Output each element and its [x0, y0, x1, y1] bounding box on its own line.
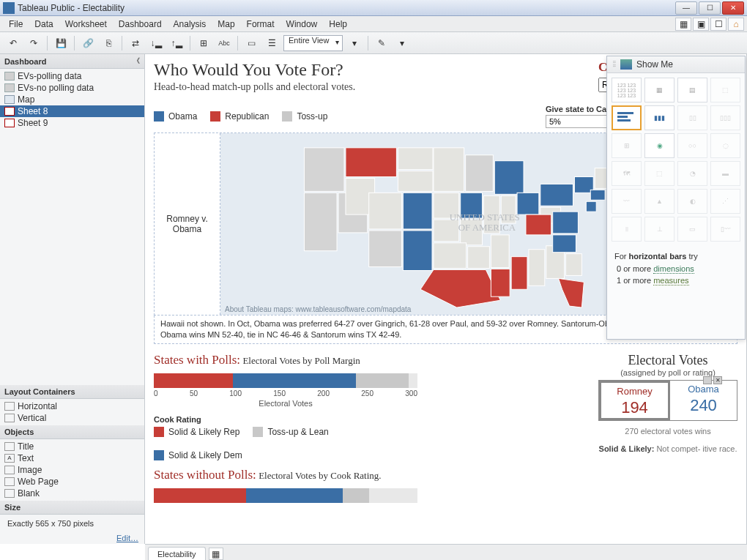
- sidebar-header-label: Dashboard: [4, 57, 46, 66]
- svg-rect-25: [434, 243, 467, 269]
- chart-type-side[interactable]: ▯▯▯: [710, 105, 740, 130]
- cards-icon[interactable]: ▦: [675, 18, 691, 31]
- minimize-button[interactable]: —: [675, 1, 697, 15]
- map-attribution: About Tableau maps: www.tableausoftware.…: [225, 305, 411, 313]
- no-polls-bar-chart[interactable]: [154, 488, 585, 503]
- group-button[interactable]: ⊞: [195, 34, 212, 52]
- connect-button[interactable]: 🔗: [79, 34, 97, 52]
- object-webpage[interactable]: Web Page: [0, 476, 144, 488]
- cards-button[interactable]: ☰: [263, 34, 280, 52]
- chart-type-symbol-map[interactable]: ⬚: [710, 78, 740, 102]
- sheet-icon: [4, 119, 15, 127]
- undo-button[interactable]: ↶: [4, 34, 22, 52]
- chart-type-hbar[interactable]: [612, 105, 642, 130]
- presentation-button[interactable]: ▭: [242, 34, 260, 52]
- webpage-icon: [4, 477, 15, 486]
- size-text: Exactly 565 x 750 pixels: [0, 515, 144, 532]
- duplicate-button[interactable]: ⎘: [100, 34, 117, 52]
- sort-desc-button[interactable]: ↑▂: [168, 34, 185, 52]
- home-icon[interactable]: ⌂: [728, 18, 744, 31]
- sidebar-item-evs-no-polling[interactable]: EVs-no polling data: [0, 82, 144, 94]
- chart-type-pie[interactable]: ◔: [677, 161, 707, 186]
- image-icon: [4, 466, 15, 474]
- close-icon[interactable]: ✕: [713, 376, 722, 384]
- worksheet-icon: [4, 72, 15, 81]
- object-blank[interactable]: Blank: [0, 488, 144, 499]
- chart-type-dual[interactable]: ◐: [677, 189, 707, 214]
- chart-type-bubble[interactable]: ○○: [677, 133, 707, 158]
- chart-type-area[interactable]: ▲: [644, 189, 674, 214]
- swap-button[interactable]: ⇄: [127, 34, 144, 52]
- chart-type-symbol-map2[interactable]: ⬚: [644, 161, 674, 186]
- show-me-grid: 123 123123 123123 123 ▦ ▤ ⬚ ▮▮▮ ▯▯ ▯▯▯ ⊞…: [607, 73, 745, 246]
- map-row-label: Romney v. Obama: [155, 133, 220, 315]
- sidebar-item-map[interactable]: Map: [0, 94, 144, 105]
- worksheet-menu-button[interactable]: ▾: [346, 34, 363, 52]
- blank-icon: [4, 489, 15, 498]
- polls-bar-chart[interactable]: 050100150200250300 Electoral Votes: [154, 373, 585, 408]
- chart-type-bullet[interactable]: ▭: [677, 217, 707, 242]
- collapse-icon[interactable]: 《: [133, 56, 140, 66]
- chart-type-treemap[interactable]: ⊞: [612, 133, 642, 158]
- sidebar-item-sheet9[interactable]: Sheet 9: [0, 117, 144, 129]
- sidebar-header[interactable]: Dashboard 《: [0, 54, 144, 69]
- new-sheet-button[interactable]: ▦: [209, 548, 223, 560]
- chart-type-vbar[interactable]: ▮▮▮: [644, 105, 674, 130]
- close-button[interactable]: ✕: [722, 1, 744, 15]
- show-me-panel[interactable]: ⦙⦙ Show Me 123 123123 123123 123 ▦ ▤ ⬚ ▮…: [606, 56, 746, 340]
- svg-rect-23: [526, 214, 551, 235]
- chart-type-scatter[interactable]: ⋰: [710, 189, 740, 214]
- dropdown-button[interactable]: ▾: [393, 34, 411, 52]
- svg-rect-31: [529, 250, 545, 286]
- sort-asc-button[interactable]: ↓▂: [147, 34, 165, 52]
- menu-file[interactable]: File: [3, 17, 29, 31]
- chart-type-boxplot[interactable]: ⊥: [644, 217, 674, 242]
- box-icon[interactable]: ☐: [710, 18, 726, 31]
- layout-vertical[interactable]: Vertical: [0, 412, 144, 424]
- layout-horizontal[interactable]: Horizontal: [0, 400, 144, 412]
- sidebar-item-sheet8[interactable]: Sheet 8: [0, 105, 144, 117]
- object-text[interactable]: AText: [0, 452, 144, 464]
- chart-type-highlight[interactable]: ▤: [677, 78, 707, 102]
- ev-obama-name: Obama: [674, 384, 732, 395]
- maximize-button[interactable]: ☐: [699, 1, 721, 15]
- chart-type-histogram[interactable]: ⫴: [612, 217, 642, 242]
- object-title[interactable]: Title: [0, 441, 144, 452]
- chart-type-heat[interactable]: ▦: [644, 78, 674, 102]
- grid-icon[interactable]: ▣: [693, 18, 709, 31]
- chart-type-text[interactable]: 123 123123 123123 123: [612, 78, 642, 102]
- menu-data[interactable]: Data: [29, 17, 59, 31]
- object-image[interactable]: Image: [0, 464, 144, 476]
- chart-type-packed[interactable]: ◌: [710, 133, 740, 158]
- show-me-icon: [620, 59, 632, 70]
- menu-map[interactable]: Map: [212, 17, 240, 31]
- size-edit-link[interactable]: Edit…: [0, 532, 144, 544]
- menu-dashboard[interactable]: Dashboard: [113, 17, 168, 31]
- labels-button[interactable]: Abc: [215, 34, 233, 52]
- menu-help[interactable]: Help: [323, 17, 353, 31]
- window-title: Tableau Public - Electability: [18, 3, 675, 13]
- svg-rect-1: [304, 193, 337, 250]
- fit-select[interactable]: Entire View: [283, 35, 343, 51]
- tab-electability[interactable]: Electability: [148, 547, 206, 560]
- electoral-votes-box: ✕ Romney 194 Obama 240: [598, 380, 737, 421]
- chart-type-combo[interactable]: ▯〰: [710, 217, 740, 242]
- chart-type-stacked[interactable]: ▯▯: [677, 105, 707, 130]
- svg-text:UNITED STATES: UNITED STATES: [450, 212, 520, 223]
- cook-legend-toss: Toss-up & Lean: [253, 427, 328, 437]
- svg-rect-30: [511, 257, 527, 290]
- redo-button[interactable]: ↷: [25, 34, 42, 52]
- highlight-button[interactable]: ✎: [373, 34, 390, 52]
- cook-legend-rep: Solid & Likely Rep: [154, 427, 239, 437]
- menu-analysis[interactable]: Analysis: [168, 17, 212, 31]
- chart-type-line[interactable]: 〰: [612, 189, 642, 214]
- save-button[interactable]: 💾: [52, 34, 70, 52]
- menu-worksheet[interactable]: Worksheet: [59, 17, 113, 31]
- menu-format[interactable]: Format: [241, 17, 280, 31]
- sidebar-item-evs-polling[interactable]: EVs-polling data: [0, 70, 144, 82]
- chart-type-circle[interactable]: ◉: [644, 133, 674, 158]
- grip-icon[interactable]: [703, 376, 712, 384]
- chart-type-gantt[interactable]: ▬: [710, 161, 740, 186]
- menu-window[interactable]: Window: [280, 17, 324, 31]
- chart-type-filled-map[interactable]: 🗺: [612, 161, 642, 186]
